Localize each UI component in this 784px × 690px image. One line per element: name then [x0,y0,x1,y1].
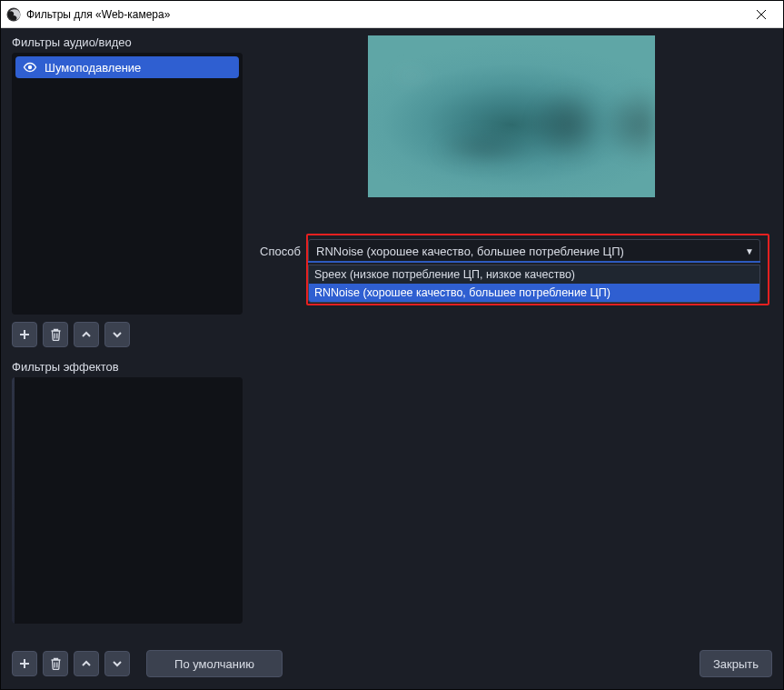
effects-filter-list[interactable] [12,377,243,624]
move-effect-filter-up-button[interactable] [74,651,99,676]
audio-filter-toolbar [12,322,243,347]
dialog-content: Фильтры аудио/видео Шумоподавление [1,28,783,638]
close-icon [757,10,766,19]
move-effect-filter-down-button[interactable] [104,651,130,676]
svg-point-2 [28,65,32,69]
effects-section-label: Фильтры эффектов [12,360,243,374]
add-audio-filter-button[interactable] [12,322,37,347]
delete-audio-filter-button[interactable] [43,322,68,347]
chevron-down-icon: ▼ [745,246,754,256]
trash-icon [50,328,62,341]
move-audio-filter-up-button[interactable] [74,322,99,347]
obs-logo-icon [6,7,21,22]
method-option-label: Speex (низкое потребление ЦП, низкое кач… [314,268,575,281]
chevron-up-icon [81,329,92,340]
method-option-rnnoise[interactable]: RNNoise (хорошее качество, большее потре… [309,284,759,302]
chevron-up-icon [81,658,92,669]
method-dropdown[interactable]: RNNoise (хорошее качество, большее потре… [308,239,760,263]
method-option-speex[interactable]: Speex (низкое потребление ЦП, низкое кач… [309,265,759,284]
delete-effect-filter-button[interactable] [43,651,68,676]
method-option-label: RNNoise (хорошее качество, большее потре… [314,286,610,299]
method-dropdown-value: RNNoise (хорошее качество, большее потре… [316,245,624,258]
method-row: Способ RNNoise (хорошее качество, больше… [255,239,772,263]
dialog-footer: По умолчанию Закрыть [1,638,783,689]
audio-video-section-label: Фильтры аудио/видео [12,35,243,49]
add-icon [18,328,31,341]
right-panel: Способ RNNoise (хорошее качество, больше… [252,35,783,638]
method-label: Способ [255,245,308,258]
filter-item-noise-suppression[interactable]: Шумоподавление [15,56,239,78]
trash-icon [50,657,62,670]
effects-filter-toolbar [12,651,130,676]
close-dialog-button-label: Закрыть [713,657,759,671]
left-panel: Фильтры аудио/видео Шумоподавление [1,35,252,638]
defaults-button-label: По умолчанию [174,657,254,671]
window-title: Фильтры для «Web-камера» [26,8,740,21]
defaults-button[interactable]: По умолчанию [146,650,283,677]
filter-item-label: Шумоподавление [45,61,141,75]
method-dropdown-popup[interactable]: Speex (низкое потребление ЦП, низкое кач… [308,265,760,303]
eye-icon[interactable] [23,60,37,75]
chevron-down-icon [112,658,123,669]
preview-area [368,35,655,197]
add-effect-filter-button[interactable] [12,651,37,676]
chevron-down-icon [112,329,123,340]
filter-options: Способ RNNoise (хорошее качество, больше… [255,239,772,263]
window-titlebar: Фильтры для «Web-камера» [1,1,783,28]
audio-video-filter-list[interactable]: Шумоподавление [12,53,243,315]
window-close-button[interactable] [740,2,781,27]
move-audio-filter-down-button[interactable] [104,322,130,347]
add-icon [18,657,31,670]
close-dialog-button[interactable]: Закрыть [700,650,772,677]
